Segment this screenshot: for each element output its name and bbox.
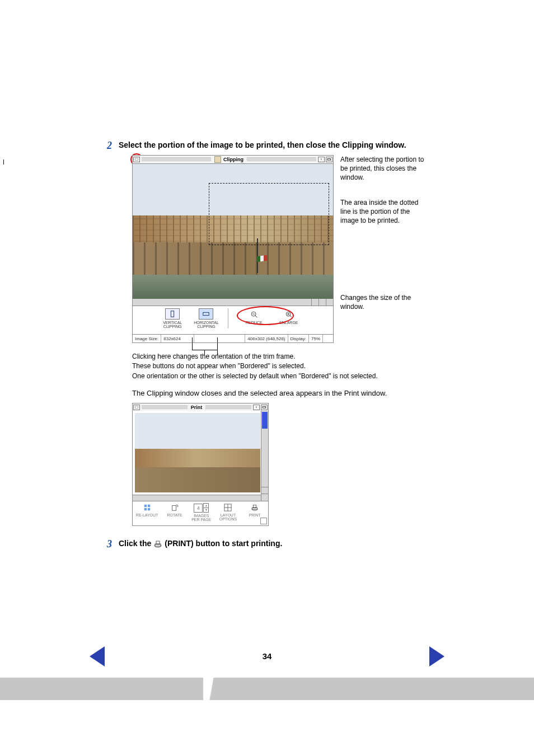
rotate-label: ROTATE [167, 513, 182, 517]
print-window: □ Print ▫ ▭ [132, 403, 269, 526]
prev-page-button[interactable] [90, 646, 105, 666]
callouts-column: After selecting the portion to be printe… [334, 155, 430, 343]
horizontal-clipping-icon [199, 308, 213, 320]
print-toolbar: RE-LAYOUT ROTATE 4 ▴ ▾ IMAGES PER PAGE [133, 501, 268, 525]
window-icon [214, 156, 221, 163]
step-2-text: Select the portion of the image to be pr… [119, 140, 406, 151]
svg-line-3 [255, 316, 257, 318]
status-image-size-label: Image Size: [133, 335, 161, 342]
rotate-icon [169, 503, 180, 512]
page: 2 Select the portion of the image to be … [0, 0, 534, 756]
clipping-title-text: Clipping [223, 157, 243, 162]
print-hscrollbar[interactable] [133, 495, 261, 501]
vertical-clipping-button[interactable]: VERTICAL CLIPPING [160, 308, 185, 328]
images-per-page-button[interactable]: 4 ▴ ▾ IMAGES PER PAGE [191, 503, 212, 522]
layout-options-label: LAYOUT OPTIONS [219, 513, 237, 521]
step-3-number: 3 [90, 538, 119, 550]
zoom-in-icon [282, 309, 296, 320]
below-caption-line2: These buttons do not appear when "Border… [132, 361, 534, 371]
print-button[interactable]: PRINT [245, 503, 265, 517]
below-caption-line1: Clicking here changes the orientation of… [132, 352, 534, 361]
step-3-prefix: Click the [119, 538, 151, 549]
print-vscrollbar[interactable] [261, 411, 268, 501]
rotate-button[interactable]: ROTATE [165, 503, 185, 517]
svg-rect-11 [144, 508, 146, 510]
footer-band [0, 678, 534, 700]
status-display-label: Display: [288, 335, 309, 342]
enlarge-button[interactable]: ENLARGE [277, 309, 301, 325]
scroll-left[interactable] [311, 299, 318, 306]
below-caption-line3: One orientation or the other is selected… [132, 372, 534, 381]
callout-area: The area inside the dotted line is the p… [340, 198, 430, 226]
next-page-button[interactable] [429, 646, 444, 666]
scroll-right[interactable] [318, 299, 326, 306]
enlarge-label: ENLARGE [279, 321, 298, 325]
printer-icon [249, 503, 260, 512]
reduce-button[interactable]: REDUCE [242, 309, 266, 325]
stepper-up[interactable]: ▴ [203, 503, 209, 508]
print-collapse-button[interactable]: ▭ [261, 405, 268, 410]
print-titlebar: □ Print ▫ ▭ [133, 403, 268, 411]
inline-printer-icon [153, 539, 162, 548]
close-button[interactable]: □ [133, 157, 140, 162]
relayout-button[interactable]: RE-LAYOUT [136, 503, 158, 517]
vertical-clipping-label: VERTICAL CLIPPING [163, 321, 182, 328]
status-image-size-value: 832x624 [161, 335, 194, 342]
step-3-text: Click the (PRINT) button to start printi… [119, 538, 282, 549]
reduce-label: REDUCE [246, 321, 263, 325]
clipping-titlebar: □ Clipping ▫ ▭ [132, 155, 334, 164]
print-preview [135, 413, 260, 492]
page-number: 34 [263, 651, 272, 661]
zoom-group: REDUCE ENLARGE [237, 308, 306, 326]
svg-rect-10 [147, 505, 149, 507]
clipping-toolbar: VERTICAL CLIPPING HORIZONTAL CLIPPING RE… [132, 306, 334, 335]
selection-rectangle[interactable] [209, 183, 329, 245]
collapse-button[interactable]: ▭ [326, 157, 332, 162]
svg-rect-12 [147, 508, 149, 510]
relayout-icon [142, 503, 153, 512]
svg-line-6 [290, 316, 292, 318]
print-title-text: Print [191, 405, 203, 410]
layout-options-icon [222, 503, 233, 512]
step-3-suffix: (PRINT) button to start printing. [165, 538, 282, 549]
hscrollbar[interactable] [132, 299, 334, 306]
svg-rect-13 [172, 506, 176, 511]
status-display-value: 75% [309, 335, 323, 342]
print-resize-handle[interactable] [260, 518, 267, 524]
svg-rect-1 [203, 312, 209, 315]
clipping-figure: □ Clipping ▫ ▭ [0, 155, 534, 343]
images-per-page-label: IMAGES PER PAGE [191, 514, 211, 522]
zoom-button[interactable]: ▫ [318, 157, 325, 162]
clipping-window: □ Clipping ▫ ▭ [132, 155, 334, 343]
print-label: PRINT [249, 513, 261, 517]
step-3-row: 3 Click the (PRINT) button to start prin… [0, 538, 534, 550]
relayout-label: RE-LAYOUT [136, 513, 158, 517]
resize-handle[interactable] [326, 299, 333, 306]
callout-zoom: Changes the size of the window. [340, 293, 430, 311]
horizontal-clipping-button[interactable]: HORIZONTAL CLIPPING [194, 308, 219, 328]
stepper-down[interactable]: ▾ [203, 508, 209, 513]
layout-options-button[interactable]: LAYOUT OPTIONS [218, 503, 238, 521]
clipping-image-area[interactable] [132, 164, 334, 299]
callout-close: After selecting the portion to be printe… [340, 155, 430, 182]
step-2-row: 2 Select the portion of the image to be … [0, 140, 534, 152]
images-per-page-value: 4 [194, 504, 203, 513]
footer: 34 [0, 651, 534, 661]
svg-rect-9 [144, 505, 146, 507]
print-zoom-button[interactable]: ▫ [253, 405, 260, 410]
print-close-button[interactable]: □ [133, 405, 140, 410]
horizontal-clipping-label: HORIZONTAL CLIPPING [194, 321, 219, 328]
step-2-number: 2 [90, 140, 119, 152]
status-crop-value: 406x302 (648,528) [245, 335, 288, 342]
clipping-statusbar: Image Size: 832x624 406x302 (648,528) Di… [132, 335, 334, 343]
vertical-clipping-icon [165, 308, 180, 320]
below-caption: Clicking here changes the orientation of… [0, 352, 534, 381]
zoom-out-icon [247, 309, 261, 320]
result-paragraph: The Clipping window closes and the selec… [0, 389, 446, 397]
svg-rect-0 [171, 311, 174, 317]
